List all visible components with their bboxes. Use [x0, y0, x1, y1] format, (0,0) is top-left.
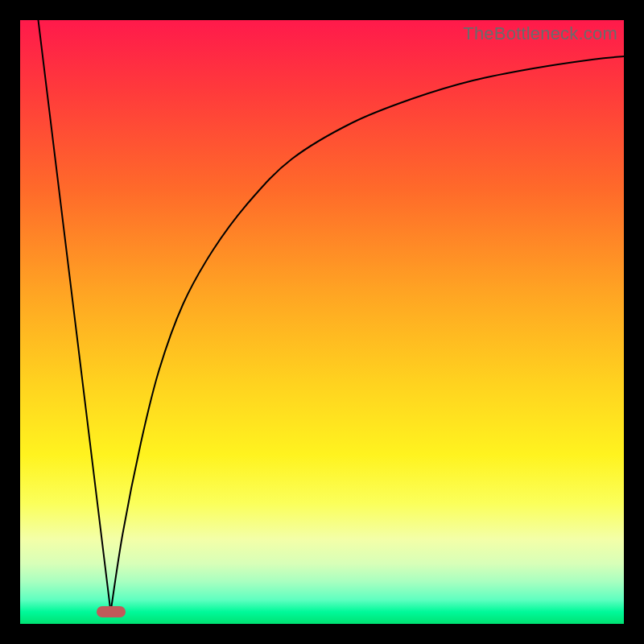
chart-curves	[20, 20, 624, 624]
chart-frame: TheBottleneck.com	[0, 0, 644, 644]
series-right-curve	[111, 56, 625, 612]
series-left-line	[39, 20, 111, 612]
plot-area: TheBottleneck.com	[20, 20, 624, 624]
optimal-marker	[97, 606, 126, 617]
